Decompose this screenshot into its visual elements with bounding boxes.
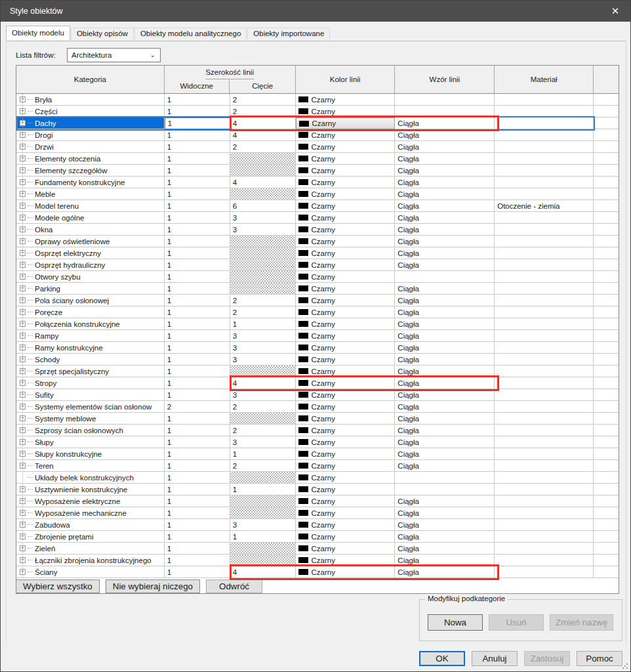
line-weight-projection-cell[interactable]: 1 xyxy=(165,271,230,283)
material-cell[interactable] xyxy=(495,531,594,543)
line-weight-cut-cell[interactable] xyxy=(230,153,296,165)
line-pattern-cell[interactable]: Ciągła xyxy=(395,165,495,177)
table-row[interactable]: +Stropy14CzarnyCiągła xyxy=(16,377,619,389)
line-color-cell[interactable]: Czarny xyxy=(296,413,396,425)
line-color-cell[interactable]: Czarny xyxy=(296,247,396,259)
category-cell[interactable]: +Dachy xyxy=(16,117,165,129)
category-cell[interactable]: +Pola ściany osłonowej xyxy=(16,295,165,306)
line-color-cell[interactable]: Czarny xyxy=(296,448,396,460)
line-color-cell[interactable]: Czarny xyxy=(296,566,396,578)
line-weight-projection-cell[interactable]: 1 xyxy=(165,306,230,318)
line-pattern-cell[interactable]: Ciągła xyxy=(395,401,495,413)
line-pattern-cell[interactable]: Ciągła xyxy=(395,153,495,165)
line-weight-cut-cell[interactable]: 2 xyxy=(230,94,296,106)
material-cell[interactable] xyxy=(495,436,594,448)
line-color-cell[interactable]: Czarny xyxy=(296,141,396,153)
expand-icon[interactable]: + xyxy=(20,285,26,291)
table-row[interactable]: +Osprzęt elektryczny1CzarnyCiągła xyxy=(16,247,619,259)
category-cell[interactable]: +Zbrojenie prętami xyxy=(16,531,165,543)
line-weight-cut-cell[interactable]: 4 xyxy=(230,129,296,141)
material-cell[interactable] xyxy=(495,377,594,389)
line-weight-cut-cell[interactable]: 2 xyxy=(230,401,296,413)
table-row[interactable]: Układy belek konstrukcyjnych1Czarny xyxy=(16,472,619,484)
tab-model-objects[interactable]: Obiekty modelu xyxy=(6,26,70,40)
line-weight-cut-cell[interactable] xyxy=(230,413,296,425)
line-color-cell[interactable]: Czarny xyxy=(296,495,396,507)
table-row[interactable]: +Okna13CzarnyCiągła xyxy=(16,224,619,236)
material-cell[interactable] xyxy=(495,543,594,555)
expand-icon[interactable]: + xyxy=(20,191,26,197)
line-weight-projection-cell[interactable]: 1 xyxy=(165,94,230,106)
material-cell[interactable] xyxy=(495,106,594,117)
material-cell[interactable] xyxy=(495,165,594,177)
line-color-cell[interactable]: Czarny xyxy=(296,366,396,377)
line-color-cell[interactable]: Czarny xyxy=(296,283,396,295)
category-cell[interactable]: +Połączenia konstrukcyjne xyxy=(16,318,165,330)
material-cell[interactable] xyxy=(495,342,594,354)
expand-icon[interactable]: + xyxy=(20,356,26,362)
line-pattern-cell[interactable]: Ciągła xyxy=(395,436,495,448)
material-cell[interactable] xyxy=(495,507,594,519)
line-color-cell[interactable]: Czarny xyxy=(296,188,396,200)
expand-icon[interactable]: + xyxy=(20,250,26,256)
expand-icon[interactable]: + xyxy=(20,439,26,445)
table-row[interactable]: +Oprawy oświetleniowe1CzarnyCiągła xyxy=(16,236,619,247)
category-cell[interactable]: +Słupy xyxy=(16,436,165,448)
expand-icon[interactable]: + xyxy=(20,309,26,315)
line-color-cell[interactable]: Czarny xyxy=(296,401,396,413)
line-weight-projection-cell[interactable]: 1 xyxy=(165,153,230,165)
category-cell[interactable]: Układy belek konstrukcyjnych xyxy=(16,472,165,484)
expand-icon[interactable]: + xyxy=(20,404,26,410)
close-icon[interactable]: ✕ xyxy=(600,1,630,22)
line-color-cell[interactable]: Czarny xyxy=(296,295,396,306)
material-cell[interactable] xyxy=(495,283,594,295)
line-weight-projection-cell[interactable]: 1 xyxy=(165,318,230,330)
line-pattern-cell[interactable]: Ciągła xyxy=(395,224,495,236)
table-row[interactable]: +Systemy elementów ścian osłonow22Czarny… xyxy=(16,401,619,413)
line-pattern-cell[interactable]: Ciągła xyxy=(395,448,495,460)
category-cell[interactable]: +Bryła xyxy=(16,94,165,106)
material-cell[interactable] xyxy=(495,425,594,436)
line-pattern-cell[interactable]: Ciągła xyxy=(395,283,495,295)
category-cell[interactable]: +Zieleń xyxy=(16,543,165,555)
line-weight-cut-cell[interactable] xyxy=(230,165,296,177)
line-weight-projection-cell[interactable]: 1 xyxy=(165,413,230,425)
line-weight-cut-cell[interactable] xyxy=(230,543,296,555)
line-pattern-cell[interactable]: Ciągła xyxy=(395,413,495,425)
line-weight-projection-cell[interactable]: 1 xyxy=(165,106,230,117)
line-weight-cut-cell[interactable]: 2 xyxy=(230,425,296,436)
line-weight-projection-cell[interactable]: 1 xyxy=(165,531,230,543)
material-cell[interactable] xyxy=(495,306,594,318)
line-color-cell[interactable]: Czarny xyxy=(296,165,396,177)
line-weight-projection-cell[interactable]: 2 xyxy=(165,401,230,413)
expand-icon[interactable]: + xyxy=(20,132,26,138)
expand-icon[interactable]: + xyxy=(20,522,26,528)
line-weight-cut-cell[interactable] xyxy=(230,555,296,566)
material-cell[interactable] xyxy=(495,566,594,578)
category-cell[interactable]: +Systemy meblowe xyxy=(16,413,165,425)
line-weight-cut-cell[interactable]: 2 xyxy=(230,141,296,153)
material-cell[interactable] xyxy=(495,484,594,495)
line-weight-cut-cell[interactable]: 1 xyxy=(230,318,296,330)
line-weight-cut-cell[interactable]: 4 xyxy=(230,117,296,129)
expand-icon[interactable]: + xyxy=(20,569,26,575)
resize-grip-icon[interactable] xyxy=(622,663,628,669)
line-weight-cut-cell[interactable]: 4 xyxy=(230,566,296,578)
line-color-cell[interactable]: Czarny xyxy=(296,117,396,129)
line-color-cell[interactable]: Czarny xyxy=(296,177,396,188)
line-weight-projection-cell[interactable]: 1 xyxy=(165,295,230,306)
ok-button[interactable]: OK xyxy=(419,651,465,666)
material-cell[interactable] xyxy=(495,413,594,425)
line-weight-cut-cell[interactable]: 6 xyxy=(230,200,296,212)
line-color-cell[interactable]: Czarny xyxy=(296,484,396,495)
category-cell[interactable]: +Otwory szybu xyxy=(16,271,165,283)
expand-icon[interactable]: + xyxy=(20,415,26,421)
material-cell[interactable] xyxy=(495,247,594,259)
line-weight-projection-cell[interactable]: 1 xyxy=(165,259,230,271)
category-cell[interactable]: +Zabudowa xyxy=(16,519,165,531)
category-cell[interactable]: +Sufity xyxy=(16,389,165,401)
line-weight-cut-cell[interactable] xyxy=(230,472,296,484)
line-weight-cut-cell[interactable]: 3 xyxy=(230,330,296,342)
line-pattern-cell[interactable]: Ciągła xyxy=(395,212,495,224)
line-pattern-cell[interactable]: Ciągła xyxy=(395,236,495,247)
